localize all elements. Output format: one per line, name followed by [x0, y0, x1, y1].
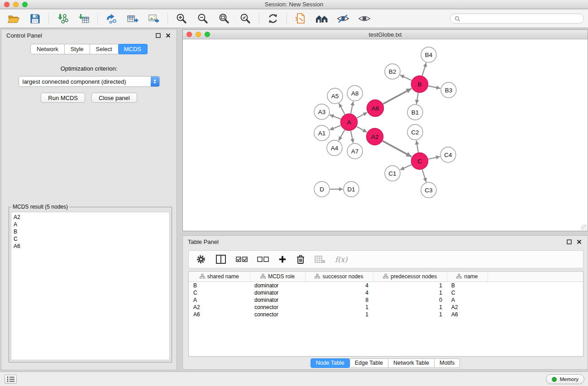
optimization-criterion-dropdown[interactable]: largest connected component (directed) [19, 76, 160, 87]
run-mcds-button[interactable]: Run MCDS [41, 93, 85, 103]
tab-mcds[interactable]: MCDS [118, 44, 148, 54]
delete-table-button[interactable] [315, 255, 325, 264]
show-graphics-details-button[interactable] [336, 11, 350, 26]
close-table-panel-button[interactable] [575, 238, 583, 246]
result-item[interactable]: A [14, 221, 167, 228]
node-A4[interactable]: A4 [327, 140, 342, 156]
tab-network[interactable]: Network [30, 44, 65, 54]
edge-C-C4[interactable] [428, 157, 440, 159]
close-panel-action-button[interactable]: Close panel [91, 93, 137, 103]
tab-edge-table[interactable]: Edge Table [350, 358, 388, 368]
zoom-in-button[interactable] [174, 11, 189, 26]
node-A7[interactable]: A7 [347, 143, 363, 159]
edge-A-A3[interactable] [330, 115, 341, 119]
node-A3[interactable]: A3 [314, 104, 330, 119]
zoom-out-button[interactable] [196, 11, 210, 26]
function-builder-button[interactable]: f(x) [335, 255, 347, 264]
node-A5[interactable]: A5 [327, 88, 343, 104]
node-A6[interactable]: A6 [367, 100, 384, 117]
edge-B-B2[interactable] [400, 75, 412, 81]
node-C2[interactable]: C2 [407, 124, 423, 140]
node-B[interactable]: B [411, 76, 428, 93]
edge-C-C2[interactable] [416, 140, 418, 152]
tab-network-table[interactable]: Network Table [388, 358, 435, 368]
search-input[interactable] [463, 15, 579, 22]
node-B3[interactable]: B3 [441, 82, 456, 98]
edge-C-C3[interactable] [422, 170, 426, 182]
edge-A2-C[interactable] [382, 141, 411, 157]
tab-style[interactable]: Style [65, 44, 90, 54]
tab-select[interactable]: Select [90, 44, 119, 54]
node-B2[interactable]: B2 [385, 64, 400, 79]
edge-A-A6[interactable] [357, 112, 367, 118]
open-session-button[interactable] [6, 11, 21, 26]
tab-motifs[interactable]: Motifs [435, 358, 460, 368]
node-B1[interactable]: B1 [407, 105, 423, 120]
network-canvas[interactable]: B4B2BB3A5A8A6B1A3AC2A1A2A4A7C4CC1C3DD1 [183, 39, 588, 231]
edge-A-A5[interactable] [339, 103, 345, 114]
zoom-selected-button[interactable] [238, 11, 253, 26]
search-box[interactable] [450, 14, 584, 24]
edge-C-C1[interactable] [400, 165, 411, 170]
edge-B-B1[interactable] [416, 93, 418, 104]
show-panels-menu-button[interactable] [5, 375, 17, 384]
table-row[interactable]: Bdominator41B [189, 281, 583, 289]
close-panel-button[interactable] [164, 32, 172, 39]
node-A2[interactable]: A2 [367, 129, 383, 145]
column-header-shared-name[interactable]: shared name [189, 272, 250, 281]
edge-A-A4[interactable] [339, 130, 344, 141]
column-header-MCDS-role[interactable]: MCDS role [250, 272, 305, 281]
network-window-titlebar[interactable]: testGlobe.txt [183, 30, 588, 39]
edge-A6-B[interactable] [383, 89, 411, 104]
add-row-button[interactable] [278, 255, 287, 263]
export-image-button[interactable] [147, 11, 161, 26]
column-header-name[interactable]: name [447, 272, 488, 281]
edge-B-B4[interactable] [422, 63, 426, 76]
result-item[interactable]: A2 [14, 214, 167, 221]
memory-button[interactable]: Memory [546, 374, 584, 384]
edge-A-A1[interactable] [330, 125, 341, 130]
resize-handle[interactable] [581, 224, 587, 230]
show-columns-button[interactable] [215, 254, 226, 264]
save-session-button[interactable] [28, 11, 42, 26]
edge-A-A7[interactable] [351, 131, 353, 143]
node-A1[interactable]: A1 [314, 125, 330, 141]
node-C3[interactable]: C3 [421, 182, 436, 198]
export-table-button[interactable] [125, 11, 140, 26]
zoom-fit-button[interactable] [217, 11, 231, 26]
node-A8[interactable]: A8 [347, 86, 363, 101]
node-C4[interactable]: C4 [440, 147, 456, 162]
import-network-button[interactable] [55, 11, 70, 26]
result-item[interactable]: C [14, 235, 167, 243]
refresh-view-button[interactable] [266, 11, 280, 26]
node-A[interactable]: A [341, 114, 358, 131]
edge-B-B3[interactable] [428, 86, 440, 88]
node-C1[interactable]: C1 [385, 166, 400, 181]
table-settings-button[interactable] [196, 254, 206, 264]
network-graph[interactable]: B4B2BB3A5A8A6B1A3AC2A1A2A4A7C4CC1C3DD1 [183, 39, 588, 231]
table-row[interactable]: A2connector11A2 [189, 304, 583, 311]
float-panel-button[interactable] [154, 32, 162, 39]
column-header-predecessor-nodes[interactable]: predecessor nodes [373, 272, 447, 281]
edge-A-A8[interactable] [351, 101, 353, 114]
table-row[interactable]: Cdominator41C [189, 289, 583, 296]
result-item[interactable]: B [14, 228, 167, 235]
node-D[interactable]: D [314, 181, 330, 197]
deselect-all-rows-button[interactable] [257, 255, 269, 263]
select-all-rows-button[interactable] [236, 255, 248, 263]
home-view-button[interactable] [315, 11, 329, 26]
open-network-file-button[interactable] [293, 11, 308, 26]
result-item[interactable]: A6 [14, 243, 167, 250]
node-B4[interactable]: B4 [421, 47, 436, 62]
delete-rows-button[interactable] [296, 254, 305, 264]
node-D1[interactable]: D1 [344, 181, 359, 197]
table-row[interactable]: Adominator80A [189, 296, 583, 304]
export-network-button[interactable] [104, 11, 119, 26]
tab-node-table[interactable]: Node Table [311, 358, 350, 368]
node-C[interactable]: C [411, 153, 428, 170]
birds-eye-view-button[interactable] [357, 11, 372, 26]
table-row[interactable]: A6connector11A6 [189, 311, 583, 318]
import-table-button[interactable] [76, 11, 91, 26]
float-table-panel-button[interactable] [565, 238, 573, 246]
edge-A-A2[interactable] [357, 127, 367, 133]
